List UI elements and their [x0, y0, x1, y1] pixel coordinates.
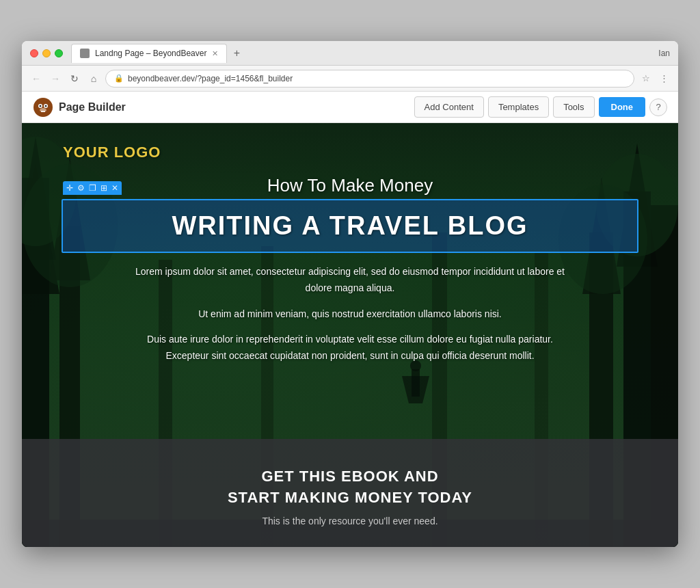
- tools-button[interactable]: Tools: [553, 96, 594, 118]
- help-button[interactable]: ?: [649, 98, 667, 116]
- maximize-window-button[interactable]: [55, 49, 63, 57]
- hero-subtitle: How To Make Money: [267, 175, 433, 196]
- hero-section: YOUR LOGO How To Make Money ✛ ⚙ ❐ ⊞ ✕ WR…: [22, 123, 678, 547]
- body-text-2: Ut enim ad minim veniam, quis nostrud ex…: [144, 306, 556, 323]
- hero-content: YOUR LOGO How To Make Money ✛ ⚙ ❐ ⊞ ✕ WR…: [22, 123, 678, 374]
- address-bar: ← → ↻ ⌂ 🔒 beyondbeaver.dev/?page_id=1456…: [22, 66, 678, 92]
- done-button[interactable]: Done: [599, 97, 646, 117]
- back-button[interactable]: ←: [29, 71, 44, 86]
- traffic-lights: [30, 49, 63, 57]
- add-content-button[interactable]: Add Content: [414, 96, 484, 118]
- cta-title: GET THIS EBOOK AND START MAKING MONEY TO…: [36, 466, 664, 509]
- builder-toolbar: Page Builder Add Content Templates Tools…: [22, 92, 678, 123]
- minimize-window-button[interactable]: [42, 49, 51, 57]
- duplicate-icon[interactable]: ⊞: [100, 183, 107, 193]
- site-logo-text: YOUR LOGO: [63, 144, 161, 161]
- address-input[interactable]: 🔒 beyondbeaver.dev/?page_id=1456&fl_buil…: [105, 70, 634, 88]
- tab-close-button[interactable]: ✕: [212, 49, 218, 58]
- browser-window: Landng Page – BeyondBeaver ✕ + Ian ← → ↻…: [22, 41, 678, 547]
- address-actions: ☆ ⋮: [638, 71, 671, 86]
- selected-module[interactable]: ✛ ⚙ ❐ ⊞ ✕ WRITING A TRAVEL BLOG: [62, 199, 639, 253]
- cta-section: GET THIS EBOOK AND START MAKING MONEY TO…: [22, 439, 678, 547]
- svg-point-4: [45, 105, 47, 107]
- tab-bar: Landng Page – BeyondBeaver ✕ +: [71, 44, 658, 63]
- svg-rect-7: [43, 111, 45, 112]
- title-bar: Landng Page – BeyondBeaver ✕ + Ian: [22, 41, 678, 66]
- menu-button[interactable]: ⋮: [656, 71, 671, 86]
- svg-point-0: [33, 98, 53, 117]
- refresh-button[interactable]: ↻: [67, 71, 82, 86]
- element-toolbar: ✛ ⚙ ❐ ⊞ ✕: [63, 181, 122, 195]
- settings-icon[interactable]: ⚙: [77, 183, 85, 193]
- new-tab-button[interactable]: +: [230, 46, 243, 60]
- cta-subtitle: This is the only resource you'll ever ne…: [36, 516, 664, 526]
- page-content: YOUR LOGO How To Make Money ✛ ⚙ ❐ ⊞ ✕ WR…: [22, 123, 678, 547]
- browser-tab[interactable]: Landng Page – BeyondBeaver ✕: [71, 44, 227, 63]
- svg-rect-6: [41, 111, 43, 112]
- move-icon[interactable]: ✛: [66, 183, 73, 193]
- forward-button[interactable]: →: [48, 71, 63, 86]
- body-text-1: Lorem ipsum dolor sit amet, consectetur …: [81, 264, 619, 297]
- builder-app-title: Page Builder: [59, 101, 126, 113]
- tab-favicon: [80, 49, 90, 58]
- builder-logo: Page Builder: [33, 97, 126, 118]
- close-element-icon[interactable]: ✕: [111, 183, 118, 193]
- builder-actions: Add Content Templates Tools Done ?: [414, 96, 667, 118]
- svg-point-3: [40, 105, 42, 107]
- close-window-button[interactable]: [30, 49, 38, 57]
- main-headline[interactable]: WRITING A TRAVEL BLOG: [63, 200, 638, 252]
- address-text: beyondbeaver.dev/?page_id=1456&fl_builde…: [128, 74, 293, 83]
- bookmark-button[interactable]: ☆: [638, 71, 654, 86]
- svg-point-5: [40, 108, 46, 112]
- lock-icon: 🔒: [114, 74, 124, 83]
- user-label: Ian: [658, 49, 670, 58]
- home-button[interactable]: ⌂: [86, 71, 101, 86]
- copy-icon[interactable]: ❐: [89, 183, 96, 193]
- tab-title: Landng Page – BeyondBeaver: [95, 49, 206, 58]
- svg-marker-29: [402, 376, 429, 403]
- beaver-logo-icon: [33, 97, 53, 118]
- body-text-3: Duis aute irure dolor in reprehenderit i…: [113, 332, 587, 364]
- templates-button[interactable]: Templates: [488, 96, 549, 118]
